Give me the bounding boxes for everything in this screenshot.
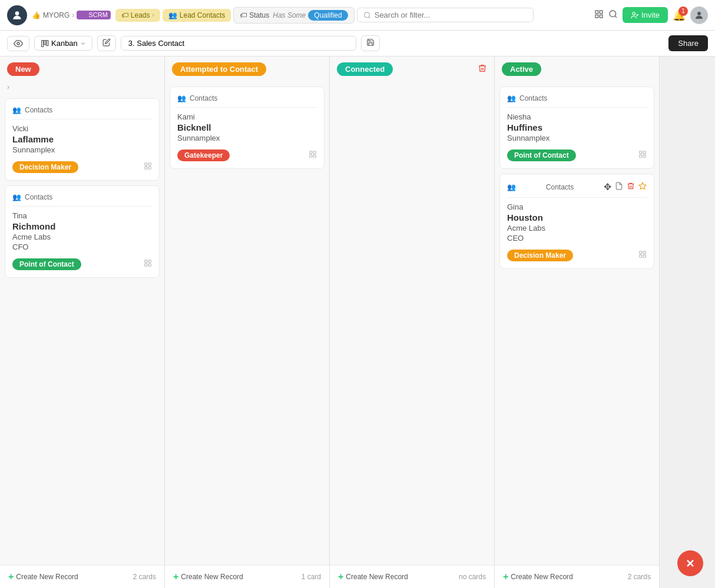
- contacts-icon: 👥: [12, 193, 21, 201]
- invite-button[interactable]: Invite: [623, 7, 668, 23]
- svg-point-8: [633, 12, 635, 15]
- search-button[interactable]: [608, 9, 618, 21]
- card-action-icons: ✥: [604, 181, 647, 192]
- leads-filter-chip[interactable]: 🏷 Leads ›: [115, 9, 160, 22]
- card-first-name: Tina: [12, 211, 152, 220]
- fab-button[interactable]: [677, 550, 703, 576]
- card-menu-icon[interactable]: [638, 250, 647, 261]
- svg-rect-33: [640, 251, 642, 254]
- card-last-name: Richmond: [12, 221, 152, 231]
- card-count: 1 card: [302, 573, 321, 581]
- svg-point-11: [697, 12, 701, 15]
- svg-rect-29: [643, 151, 646, 154]
- filter-bar: 🏷 Leads › 👥 Lead Contacts 🏷 Status Has S…: [115, 6, 708, 24]
- share-button[interactable]: Share: [668, 35, 708, 51]
- eye-view-button[interactable]: [7, 36, 29, 51]
- edit-view-button[interactable]: [97, 35, 116, 51]
- card-last-name: Laflamme: [12, 134, 152, 144]
- search-icon: [363, 11, 371, 19]
- user-avatar-nav[interactable]: [7, 5, 27, 25]
- card-footer: Gatekeeper: [177, 150, 317, 161]
- star-icon[interactable]: [638, 182, 647, 192]
- card-last-name: Houston: [507, 212, 647, 222]
- svg-rect-16: [145, 163, 147, 165]
- search-input[interactable]: [375, 11, 527, 19]
- card-role: CEO: [507, 234, 647, 242]
- kanban-card-card4[interactable]: 👥ContactsNieshaHuffinesSunnamplexPoint o…: [499, 87, 654, 169]
- contacts-icon: 👥: [507, 183, 516, 191]
- card-company: Acme Labs: [12, 232, 152, 241]
- status-icon: 🏷: [240, 11, 247, 19]
- column-delete-icon[interactable]: [478, 64, 487, 75]
- create-record-label: + Create New Record: [338, 572, 408, 582]
- svg-rect-14: [44, 40, 46, 44]
- create-record-label: + Create New Record: [8, 572, 78, 582]
- card-menu-icon[interactable]: [144, 162, 152, 172]
- contacts-label: Contacts: [546, 183, 574, 191]
- svg-rect-26: [310, 155, 312, 157]
- contacts-label: Contacts: [25, 106, 52, 114]
- contacts-icon: 👥: [177, 94, 186, 102]
- svg-point-0: [15, 11, 19, 15]
- column-connected: Connected+ Create New Recordno cards: [330, 57, 495, 588]
- svg-rect-28: [640, 151, 642, 154]
- svg-rect-5: [595, 15, 598, 18]
- svg-rect-15: [47, 40, 48, 45]
- svg-rect-21: [148, 260, 151, 263]
- column-header-active: Active: [495, 57, 659, 82]
- kanban-button[interactable]: Kanban: [34, 36, 92, 51]
- svg-marker-32: [639, 182, 646, 189]
- grid-view-button[interactable]: [594, 9, 604, 21]
- card-section-label: 👥Contacts ✥: [507, 181, 647, 192]
- status-label: Status: [249, 11, 269, 19]
- lead-contacts-label: Lead Contacts: [180, 11, 225, 19]
- move-icon[interactable]: ✥: [604, 181, 611, 192]
- card-count: no cards: [459, 573, 486, 581]
- card-section-label: 👥Contacts: [507, 94, 647, 102]
- column-expand-arrow[interactable]: ›: [0, 83, 164, 94]
- save-view-button[interactable]: [361, 35, 380, 51]
- contacts-icon: 👥: [507, 94, 516, 102]
- kanban-card-card5[interactable]: 👥Contacts ✥ GinaHoustonAcme LabsCEODecis…: [499, 174, 654, 269]
- svg-rect-25: [313, 151, 316, 154]
- column-footer-active[interactable]: + Create New Record2 cards: [495, 565, 659, 588]
- view-name-input[interactable]: [121, 36, 356, 51]
- card-menu-icon[interactable]: [638, 150, 647, 161]
- kanban-card-card2[interactable]: 👥ContactsTinaRichmondAcme LabsCFOPoint o…: [5, 185, 160, 278]
- notification-badge: 1: [678, 6, 688, 16]
- create-record-label: + Create New Record: [503, 572, 573, 582]
- card-first-name: Niesha: [507, 112, 647, 121]
- user-profile-avatar[interactable]: [690, 6, 708, 24]
- card-first-name: Kami: [177, 112, 317, 121]
- notification-button[interactable]: 🔔 1: [673, 9, 686, 22]
- close-fab-icon: [684, 557, 696, 569]
- svg-rect-36: [643, 255, 646, 257]
- delete-card-icon[interactable]: [627, 182, 635, 192]
- qualified-badge: Qualified: [308, 10, 347, 21]
- column-badge-connected: Connected: [337, 62, 393, 76]
- column-content-new: 👥ContactsVickiLaflammeSunnamplexDecision…: [0, 94, 164, 565]
- svg-rect-4: [600, 11, 603, 14]
- card-count: 2 cards: [628, 573, 651, 581]
- column-header-attempted: Attempted to Contact: [165, 57, 329, 82]
- kanban-card-card3[interactable]: 👥ContactsKamiBicknellSunnamplexGatekeepe…: [170, 87, 325, 169]
- document-icon[interactable]: [615, 182, 623, 192]
- card-menu-icon[interactable]: [144, 259, 152, 270]
- column-footer-connected[interactable]: + Create New Recordno cards: [330, 565, 494, 588]
- column-badge-new: New: [7, 62, 39, 76]
- lead-contacts-filter-chip[interactable]: 👥 Lead Contacts: [163, 9, 231, 22]
- svg-rect-18: [145, 167, 147, 169]
- card-first-name: Vicki: [12, 124, 152, 133]
- card-section-label: 👥Contacts: [177, 94, 317, 102]
- column-footer-attempted[interactable]: + Create New Record1 card: [165, 565, 329, 588]
- kanban-dropdown-icon: [80, 41, 86, 46]
- svg-rect-34: [643, 251, 646, 254]
- card-footer: Decision Maker: [12, 161, 152, 173]
- kanban-card-card1[interactable]: 👥ContactsVickiLaflammeSunnamplexDecision…: [5, 98, 160, 181]
- column-footer-new[interactable]: + Create New Record2 cards: [0, 565, 164, 588]
- card-menu-icon[interactable]: [309, 150, 317, 161]
- svg-rect-6: [600, 15, 603, 18]
- status-filter-chip[interactable]: 🏷 Status Has Some Qualified: [233, 7, 354, 24]
- kanban-board: New›👥ContactsVickiLaflammeSunnamplexDeci…: [0, 57, 715, 588]
- breadcrumb-arrow: ›: [72, 11, 74, 19]
